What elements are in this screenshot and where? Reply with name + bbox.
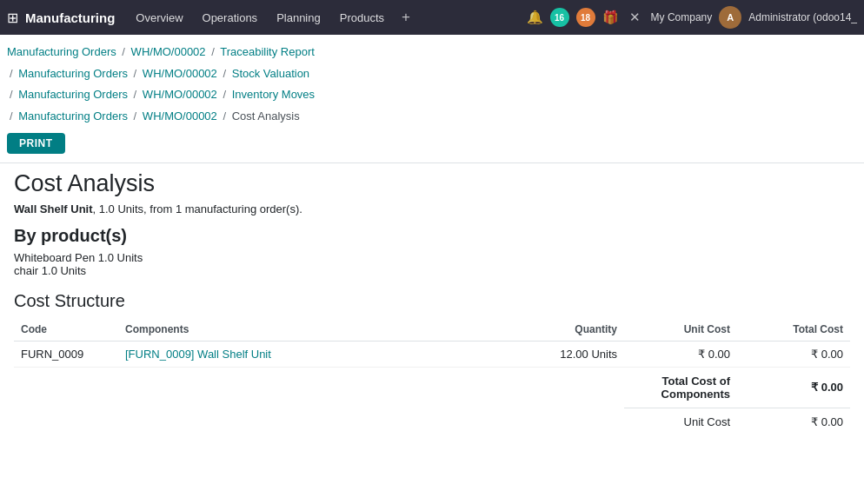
activity-badge: 16 (555, 13, 564, 23)
nav-menu: Overview Operations Planning Products + (127, 5, 522, 30)
unit-cost-value: ₹ 0.00 (737, 408, 850, 435)
bc-inventory-moves[interactable]: Inventory Moves (232, 88, 315, 101)
bc-sep: / (122, 45, 125, 58)
nav-overview[interactable]: Overview (127, 7, 191, 29)
total-components-label: Total Cost of Components (624, 367, 737, 408)
col-total-cost: Total Cost (737, 318, 850, 342)
breadcrumb-line-1: Manufacturing Orders / WH/MO/00002 / Tra… (7, 45, 315, 58)
gift-icon[interactable]: 🎁 (602, 10, 619, 25)
main-content: Cost Analysis Wall Shelf Unit, 1.0 Units… (0, 163, 864, 442)
col-components: Components (118, 318, 502, 342)
message-badge: 18 (581, 13, 590, 23)
bc-manufacturing-orders-4[interactable]: Manufacturing Orders (18, 109, 128, 123)
total-components-value: ₹ 0.00 (737, 367, 850, 408)
unit-cost-row: Unit Cost ₹ 0.00 (14, 408, 850, 435)
bc-manufacturing-orders-1[interactable]: Manufacturing Orders (7, 45, 116, 58)
component-link[interactable]: [FURN_0009] Wall Shelf Unit (125, 348, 271, 361)
subtitle: Wall Shelf Unit, 1.0 Units, from 1 manuf… (14, 202, 850, 216)
bc-mo-00002-4[interactable]: WH/MO/00002 (143, 109, 217, 123)
bc-traceability[interactable]: Traceability Report (220, 45, 315, 58)
bell-icon[interactable]: 🔔 (527, 10, 543, 25)
bc-sep: / (134, 109, 137, 123)
by-products-list: Whiteboard Pen 1.0 Units chair 1.0 Units (14, 251, 850, 277)
bc-mo-00002-2[interactable]: WH/MO/00002 (143, 67, 217, 80)
nav-products[interactable]: Products (331, 7, 393, 29)
bc-sep: / (134, 88, 137, 101)
bc-mo-00002-3[interactable]: WH/MO/00002 (143, 88, 217, 101)
bc-mo-00002-1[interactable]: WH/MO/00002 (131, 45, 206, 58)
by-product-item-0: Whiteboard Pen 1.0 Units (14, 251, 850, 264)
nav-operations[interactable]: Operations (194, 7, 267, 29)
breadcrumb-area: Manufacturing Orders / WH/MO/00002 / Tra… (0, 35, 864, 129)
subtitle-rest: , 1.0 Units, from 1 manufacturing order(… (93, 202, 302, 216)
cost-structure-title: Cost Structure (14, 291, 850, 311)
cell-unit-cost: ₹ 0.00 (624, 341, 737, 367)
bc-sep: / (223, 67, 226, 80)
cell-component: [FURN_0009] Wall Shelf Unit (118, 341, 502, 367)
user-label: Administrator (odoo14_ (748, 11, 857, 23)
table-row: FURN_0009 [FURN_0009] Wall Shelf Unit 12… (14, 341, 850, 367)
bc-stock-valuation[interactable]: Stock Valuation (232, 67, 309, 80)
nav-planning[interactable]: Planning (268, 7, 329, 29)
bc-sep: / (10, 88, 13, 101)
subtitle-product: Wall Shelf Unit (14, 202, 93, 216)
nav-right-icons: 🔔 16 18 🎁 ✕ My Company A Administrator (… (527, 6, 857, 29)
bc-manufacturing-orders-3[interactable]: Manufacturing Orders (18, 88, 128, 101)
cell-total-cost: ₹ 0.00 (737, 341, 850, 367)
col-unit-cost: Unit Cost (624, 318, 737, 342)
cell-quantity: 12.00 Units (502, 341, 624, 367)
bc-sep: / (134, 67, 137, 80)
page-title: Cost Analysis (14, 170, 850, 197)
breadcrumb-line-3: / Manufacturing Orders / WH/MO/00002 / I… (7, 88, 315, 101)
activity-icon[interactable]: 16 (550, 8, 569, 27)
cost-table: Code Components Quantity Unit Cost Total… (14, 318, 850, 435)
breadcrumb-line-4: / Manufacturing Orders / WH/MO/00002 / C… (7, 109, 300, 123)
bc-cost-analysis-current: Cost Analysis (232, 109, 300, 123)
col-quantity: Quantity (502, 318, 624, 342)
by-products-title: By product(s) (14, 226, 850, 246)
bc-sep: / (211, 45, 215, 58)
table-header: Code Components Quantity Unit Cost Total… (14, 318, 850, 342)
company-name: My Company (651, 11, 713, 23)
print-button[interactable]: PRINT (7, 133, 65, 154)
top-navigation: ⊞ Manufacturing Overview Operations Plan… (0, 0, 864, 35)
nav-add-button[interactable]: + (395, 5, 417, 30)
avatar[interactable]: A (719, 6, 741, 29)
cell-code: FURN_0009 (14, 341, 118, 367)
by-product-item-1: chair 1.0 Units (14, 264, 850, 277)
app-grid-icon[interactable]: ⊞ (7, 10, 18, 26)
bc-manufacturing-orders-2[interactable]: Manufacturing Orders (18, 67, 128, 80)
table-body: FURN_0009 [FURN_0009] Wall Shelf Unit 12… (14, 341, 850, 435)
brand-name: Manufacturing (25, 10, 115, 25)
bc-sep: / (223, 109, 226, 123)
close-icon[interactable]: ✕ (629, 10, 641, 25)
col-code: Code (14, 318, 118, 342)
breadcrumb-line-2: / Manufacturing Orders / WH/MO/00002 / S… (7, 67, 309, 80)
message-icon[interactable]: 18 (576, 8, 595, 27)
unit-cost-label: Unit Cost (624, 408, 737, 435)
total-components-row: Total Cost of Components ₹ 0.00 (14, 367, 850, 408)
bc-sep: / (10, 67, 13, 80)
bc-sep: / (223, 88, 226, 101)
bc-sep: / (10, 109, 13, 123)
avatar-initials: A (727, 12, 734, 23)
